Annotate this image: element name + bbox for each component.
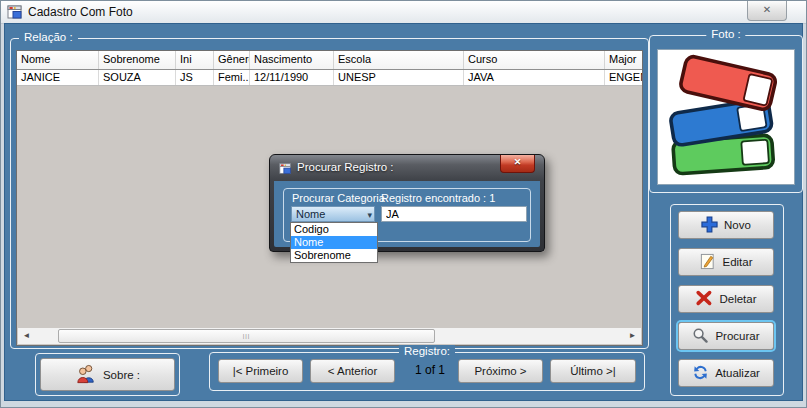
sobre-button[interactable]: Sobre :: [40, 358, 175, 391]
client-area: Relação : NomeSobrenomeIniGêneroNascimen…: [4, 23, 803, 401]
close-button[interactable]: ✕: [747, 1, 787, 21]
dialog-close-button[interactable]: ✕: [500, 155, 535, 173]
combo-arrow-icon: ▾: [367, 208, 372, 222]
combo-option-nome[interactable]: Nome: [291, 236, 377, 249]
combo-value: Nome: [296, 208, 325, 220]
anterior-button[interactable]: < Anterior: [310, 359, 395, 383]
procurar-label: Procurar: [715, 330, 759, 342]
combo-dropdown[interactable]: CodigoNomeSobrenome: [290, 222, 378, 263]
sobre-label: Sobre :: [103, 369, 140, 381]
combo-option-codigo[interactable]: Codigo: [291, 223, 377, 236]
delete-x-icon: [695, 289, 713, 309]
actions-panel: Novo Editar Deletar: [670, 204, 784, 396]
column-header-4[interactable]: Nascimento: [250, 51, 334, 69]
pencil-icon: [699, 253, 716, 272]
row-cell-5[interactable]: UNESP: [334, 70, 464, 85]
scroll-right-icon[interactable]: ►: [624, 328, 641, 344]
dialog-close-icon: ✕: [514, 157, 522, 167]
primeiro-label: |< Primeiro: [233, 365, 289, 377]
editar-label: Editar: [722, 256, 752, 268]
column-header-1[interactable]: Sobrenome: [99, 51, 176, 69]
category-combobox[interactable]: Nome ▾: [291, 206, 375, 222]
column-header-0[interactable]: Nome: [17, 51, 99, 69]
dialog-form-icon: [279, 161, 292, 174]
primeiro-button[interactable]: |< Primeiro: [218, 359, 303, 383]
grid-header: NomeSobrenomeIniGêneroNascimentoEscolaCu…: [17, 51, 642, 70]
proximo-button[interactable]: Próximo >: [458, 359, 543, 383]
plus-icon: [701, 216, 718, 235]
scroll-left-icon[interactable]: ◄: [18, 328, 35, 344]
proximo-label: Próximo >: [474, 365, 526, 377]
magnifier-icon: [692, 327, 709, 346]
close-icon: ✕: [763, 4, 771, 15]
row-cell-2[interactable]: JS: [176, 70, 214, 85]
ultimo-button[interactable]: Último >|: [550, 359, 636, 383]
app-window: Cadastro Com Foto ✕ Relação : NomeSobren…: [0, 0, 807, 408]
row-cell-6[interactable]: JAVA: [464, 70, 605, 85]
row-cell-7[interactable]: ENGENHA: [605, 70, 643, 85]
row-cell-4[interactable]: 12/11/1990: [250, 70, 334, 85]
novo-label: Novo: [724, 219, 751, 231]
anterior-label: < Anterior: [328, 365, 378, 377]
window-title: Cadastro Com Foto: [28, 5, 133, 19]
found-label: Registro encontrado : 1: [381, 192, 495, 204]
people-icon: [75, 364, 97, 386]
editar-button[interactable]: Editar: [678, 248, 774, 276]
photo-box: [657, 49, 795, 185]
scrollbar-thumb[interactable]: |||: [58, 329, 435, 343]
sobre-groupbox: Sobre :: [35, 353, 180, 396]
row-cell-0[interactable]: JANICE: [17, 70, 99, 85]
foto-group-label: Foto :: [706, 28, 745, 40]
dialog-panel: Procurar Categoria Registro encontrado :…: [283, 188, 531, 242]
grid-row[interactable]: JANICESOUZAJSFemi...12/11/1990UNESPJAVAE…: [17, 70, 642, 86]
books-photo: [661, 52, 791, 182]
dialog-body: Procurar Categoria Registro encontrado :…: [274, 181, 540, 247]
column-header-3[interactable]: Gênero: [214, 51, 250, 69]
horizontal-scrollbar[interactable]: ◄ ||| ►: [18, 328, 641, 344]
row-cell-3[interactable]: Femi...: [214, 70, 250, 85]
column-header-5[interactable]: Escola: [334, 51, 464, 69]
column-header-6[interactable]: Curso: [464, 51, 605, 69]
novo-button[interactable]: Novo: [678, 211, 774, 239]
grip-icon: |||: [243, 333, 251, 339]
combo-option-sobrenome[interactable]: Sobrenome: [291, 249, 377, 262]
procurar-dialog: Procurar Registro : ✕ Procurar Categoria…: [269, 154, 545, 252]
column-header-2[interactable]: Ini: [176, 51, 214, 69]
dialog-titlebar[interactable]: Procurar Registro : ✕: [270, 155, 544, 181]
row-cell-1[interactable]: SOUZA: [99, 70, 176, 85]
record-position-label: 1 of 1: [400, 363, 460, 377]
registro-group-label: Registro:: [399, 345, 455, 357]
deletar-button[interactable]: Deletar: [678, 285, 774, 313]
ultimo-label: Último >|: [570, 365, 615, 377]
registro-groupbox: Registro: |< Primeiro < Anterior 1 of 1 …: [209, 352, 645, 391]
refresh-icon: [692, 364, 709, 383]
form-icon: [7, 4, 23, 20]
atualizar-label: Atualizar: [715, 367, 760, 379]
foto-groupbox: Foto :: [649, 35, 803, 193]
deletar-label: Deletar: [719, 293, 756, 305]
dialog-title: Procurar Registro :: [297, 161, 394, 173]
procurar-button[interactable]: Procurar: [678, 322, 774, 350]
titlebar[interactable]: Cadastro Com Foto ✕: [1, 1, 806, 24]
column-header-7[interactable]: Major: [605, 51, 643, 69]
atualizar-button[interactable]: Atualizar: [678, 359, 774, 387]
relacao-group-label: Relação :: [19, 31, 78, 43]
category-label: Procurar Categoria: [292, 192, 385, 204]
search-input[interactable]: [381, 206, 527, 222]
